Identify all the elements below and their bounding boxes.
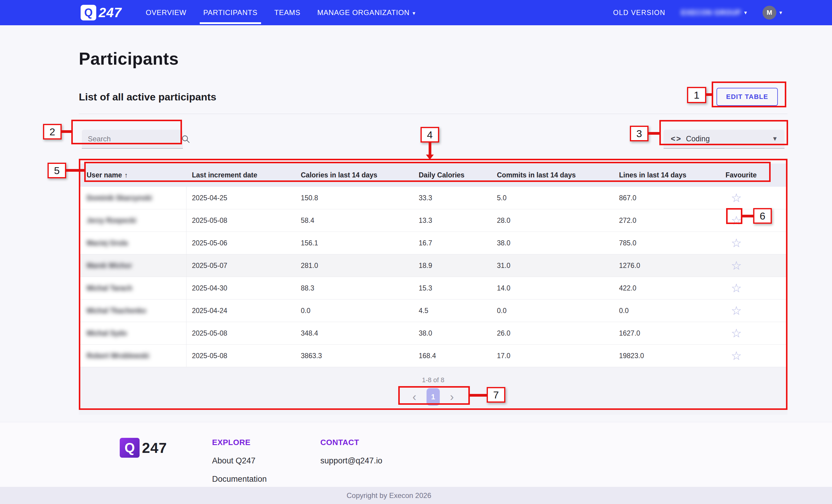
table-row[interactable]: Jerzy Rzepecki2025-05-0858.413.328.0272.… — [79, 209, 787, 232]
cell-daily-calories: 15.3 — [413, 277, 492, 299]
cell-user-name: Michal Tarach — [79, 277, 186, 299]
previous-page-button[interactable]: ‹ — [410, 391, 419, 403]
cell-calories-14d: 156.1 — [295, 232, 413, 254]
participants-table: User name↑ Last increment date Calories … — [79, 164, 787, 415]
cell-user-name: Michal Sydo — [79, 322, 186, 344]
next-page-button[interactable]: › — [448, 391, 456, 403]
category-selected-value: Coding — [686, 134, 709, 143]
favourite-star-icon[interactable]: ☆ — [731, 327, 742, 339]
edit-table-button[interactable]: EDIT TABLE — [717, 88, 778, 106]
favourite-star-icon[interactable]: ☆ — [731, 260, 742, 271]
cell-commits-14d: 38.0 — [492, 232, 614, 254]
nav-item-teams[interactable]: TEAMS — [274, 7, 301, 19]
table-row[interactable]: Michal Tkachenko2025-04-240.04.50.00.0☆ — [79, 299, 787, 322]
nav-item-manage-organization[interactable]: MANAGE ORGANIZATION▾ — [317, 7, 416, 19]
page-number-button[interactable]: 1 — [426, 388, 440, 406]
favourite-star-icon[interactable]: ☆ — [731, 192, 742, 204]
table-row[interactable]: Marek Wichor2025-05-07281.018.931.01276.… — [79, 255, 787, 277]
favourite-star-icon[interactable]: ☆ — [731, 214, 742, 227]
favourite-star-icon[interactable]: ☆ — [731, 237, 742, 249]
column-header-user-name[interactable]: User name↑ — [79, 171, 186, 179]
cell-favourite: ☆ — [720, 277, 787, 299]
q-logo-icon: Q — [81, 5, 96, 21]
cell-user-name: Robert Wroblewski — [79, 345, 186, 367]
search-input[interactable] — [88, 135, 181, 143]
cell-commits-14d: 14.0 — [492, 277, 614, 299]
table-header-row: User name↑ Last increment date Calories … — [79, 164, 787, 187]
avatar: M — [762, 6, 776, 20]
search-field[interactable] — [82, 130, 183, 149]
main-navigation: OVERVIEW PARTICIPANTS TEAMS MANAGE ORGAN… — [145, 7, 416, 19]
cell-lines-14d: 867.0 — [614, 187, 720, 209]
cell-user-name: Maciej Grula — [79, 232, 186, 254]
category-select[interactable]: <> Coding ▼ — [664, 130, 784, 149]
q-logo-icon: Q — [120, 438, 139, 458]
cell-calories-14d: 88.3 — [295, 277, 413, 299]
table-row[interactable]: Maciej Grula2025-05-06156.116.738.0785.0… — [79, 232, 787, 255]
cell-last-increment-date: 2025-05-06 — [186, 232, 295, 254]
cell-daily-calories: 38.0 — [413, 322, 492, 344]
footer-link-documentation[interactable]: Documentation — [212, 475, 287, 484]
cell-last-increment-date: 2025-05-08 — [186, 345, 295, 367]
table-row[interactable]: Michal Tarach2025-04-3088.315.314.0422.0… — [79, 277, 787, 299]
group-name-blurred: EXECON GROUP — [681, 9, 741, 17]
column-header-last-increment-date[interactable]: Last increment date — [186, 171, 295, 179]
group-selector[interactable]: EXECON GROUP ▾ — [681, 9, 747, 17]
cell-favourite: ☆ — [720, 209, 787, 232]
table-row[interactable]: Robert Wroblewski2025-05-083863.3168.417… — [79, 345, 787, 367]
favourite-star-icon[interactable]: ☆ — [731, 350, 742, 362]
logo-text: 247 — [142, 440, 167, 456]
search-icon[interactable] — [181, 134, 190, 143]
cell-daily-calories: 13.3 — [413, 209, 492, 232]
table-body: Dominik Skarzynski2025-04-25150.833.35.0… — [79, 187, 787, 367]
nav-item-participants[interactable]: PARTICIPANTS — [203, 7, 258, 19]
footer-contact-heading: CONTACT — [320, 438, 390, 447]
cell-last-increment-date: 2025-04-24 — [186, 299, 295, 322]
cell-favourite: ☆ — [720, 299, 787, 322]
logo-text: 247 — [99, 5, 122, 20]
section-title: List of all active participants — [79, 91, 216, 103]
cell-lines-14d: 785.0 — [614, 232, 720, 254]
cell-lines-14d: 272.0 — [614, 209, 720, 232]
footer-link-about[interactable]: About Q247 — [212, 456, 287, 466]
cell-lines-14d: 1627.0 — [614, 322, 720, 344]
table-row[interactable]: Dominik Skarzynski2025-04-25150.833.35.0… — [79, 187, 787, 209]
column-header-calories-14d[interactable]: Calories in last 14 days — [295, 171, 413, 179]
footer-link-support-email[interactable]: support@q247.io — [320, 456, 390, 466]
cell-commits-14d: 28.0 — [492, 209, 614, 232]
cell-user-name: Jerzy Rzepecki — [79, 209, 186, 232]
sort-ascending-icon: ↑ — [125, 171, 128, 179]
old-version-link[interactable]: OLD VERSION — [613, 9, 665, 17]
cell-last-increment-date: 2025-04-25 — [186, 187, 295, 209]
nav-item-label: MANAGE ORGANIZATION — [317, 8, 410, 17]
copyright-text: Copyright by Execon 2026 — [346, 492, 431, 500]
cell-daily-calories: 33.3 — [413, 187, 492, 209]
favourite-star-icon[interactable]: ☆ — [731, 304, 742, 317]
footer-logo: Q 247 — [120, 438, 167, 487]
cell-daily-calories: 18.9 — [413, 255, 492, 277]
column-header-daily-calories[interactable]: Daily Calories — [413, 171, 492, 179]
column-header-commits-14d[interactable]: Commits in last 14 days — [492, 171, 614, 179]
user-menu[interactable]: M ▾ — [762, 6, 782, 20]
cell-last-increment-date: 2025-04-30 — [186, 277, 295, 299]
cell-user-name: Marek Wichor — [79, 255, 186, 277]
column-header-favourite[interactable]: Favourite — [720, 171, 787, 179]
cell-last-increment-date: 2025-05-08 — [186, 322, 295, 344]
cell-calories-14d: 58.4 — [295, 209, 413, 232]
cell-commits-14d: 26.0 — [492, 322, 614, 344]
column-header-label: User name — [87, 171, 122, 179]
chevron-down-icon: ▼ — [772, 135, 778, 142]
table-pagination: 1-8 of 8 ‹ 1 › — [79, 367, 787, 415]
nav-item-overview[interactable]: OVERVIEW — [145, 7, 187, 19]
footer-explore-heading: EXPLORE — [212, 438, 287, 447]
table-row[interactable]: Michal Sydo2025-05-08348.438.026.01627.0… — [79, 322, 787, 345]
cell-user-name: Dominik Skarzynski — [79, 187, 186, 209]
section-divider — [79, 114, 787, 114]
cell-favourite: ☆ — [720, 187, 787, 209]
cell-calories-14d: 281.0 — [295, 255, 413, 277]
cell-daily-calories: 168.4 — [413, 345, 492, 367]
cell-last-increment-date: 2025-05-07 — [186, 255, 295, 277]
favourite-star-icon[interactable]: ☆ — [731, 282, 742, 294]
column-header-lines-14d[interactable]: Lines in last 14 days — [614, 171, 720, 179]
app-logo[interactable]: Q 247 — [81, 5, 122, 21]
